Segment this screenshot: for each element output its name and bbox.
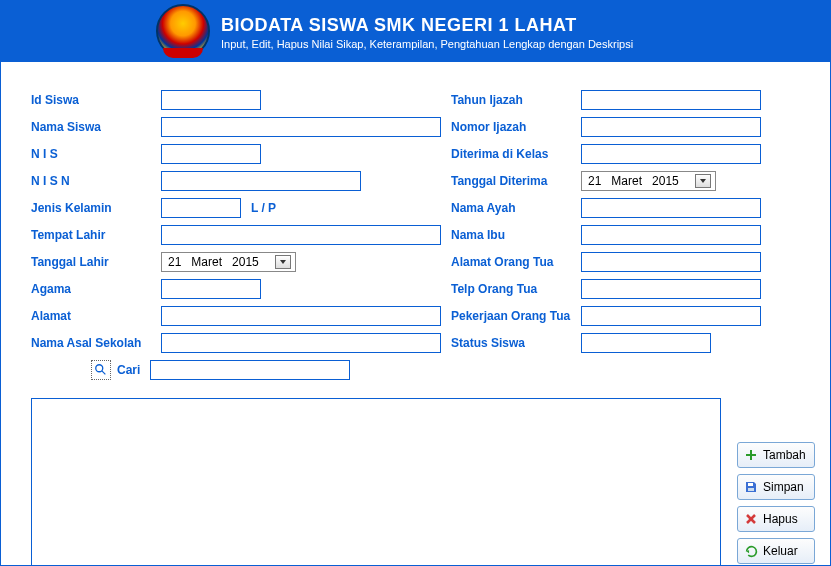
- simpan-label: Simpan: [763, 480, 804, 494]
- label-pekerjaan-ortu: Pekerjaan Orang Tua: [451, 309, 581, 323]
- tambah-button[interactable]: Tambah: [737, 442, 815, 468]
- label-cari: Cari: [117, 363, 140, 377]
- label-tempat-lahir: Tempat Lahir: [31, 228, 161, 242]
- diterima-kelas-input[interactable]: [581, 144, 761, 164]
- search-icon[interactable]: [91, 360, 111, 380]
- school-logo: [156, 4, 210, 58]
- label-status-siswa: Status Siswa: [451, 336, 581, 350]
- keluar-label: Keluar: [763, 544, 798, 558]
- pekerjaan-ortu-input[interactable]: [581, 306, 761, 326]
- label-nomor-ijazah: Nomor Ijazah: [451, 120, 581, 134]
- tempat-lahir-input[interactable]: [161, 225, 441, 245]
- page-subtitle: Input, Edit, Hapus Nilai Sikap, Keteramp…: [221, 38, 633, 50]
- label-diterima-kelas: Diterima di Kelas: [451, 147, 581, 161]
- label-id-siswa: Id Siswa: [31, 93, 161, 107]
- label-nisn: N I S N: [31, 174, 161, 188]
- tanggal-lahir-picker[interactable]: 21 Maret 2015: [161, 252, 296, 272]
- header: BIODATA SISWA SMK NEGERI 1 LAHAT Input, …: [1, 2, 830, 62]
- label-alamat-ortu: Alamat Orang Tua: [451, 255, 581, 269]
- date-year: 2015: [652, 174, 679, 188]
- data-grid[interactable]: [31, 398, 721, 566]
- label-telp-ortu: Telp Orang Tua: [451, 282, 581, 296]
- label-tanggal-lahir: Tanggal Lahir: [31, 255, 161, 269]
- alamat-input[interactable]: [161, 306, 441, 326]
- tahun-ijazah-input[interactable]: [581, 90, 761, 110]
- label-nama-ibu: Nama Ibu: [451, 228, 581, 242]
- telp-ortu-input[interactable]: [581, 279, 761, 299]
- nama-ibu-input[interactable]: [581, 225, 761, 245]
- date-month: Maret: [611, 174, 642, 188]
- page-title: BIODATA SISWA SMK NEGERI 1 LAHAT: [221, 15, 633, 36]
- date-day: 21: [588, 174, 601, 188]
- svg-rect-3: [746, 454, 756, 456]
- nama-siswa-input[interactable]: [161, 117, 441, 137]
- tanggal-diterima-picker[interactable]: 21 Maret 2015: [581, 171, 716, 191]
- alamat-ortu-input[interactable]: [581, 252, 761, 272]
- nisn-input[interactable]: [161, 171, 361, 191]
- chevron-down-icon[interactable]: [695, 174, 711, 188]
- id-siswa-input[interactable]: [161, 90, 261, 110]
- delete-icon: [744, 512, 758, 526]
- tambah-label: Tambah: [763, 448, 806, 462]
- hapus-button[interactable]: Hapus: [737, 506, 815, 532]
- keluar-button[interactable]: Keluar: [737, 538, 815, 564]
- chevron-down-icon[interactable]: [275, 255, 291, 269]
- label-tahun-ijazah: Tahun Ijazah: [451, 93, 581, 107]
- label-tanggal-diterima: Tanggal Diterima: [451, 174, 581, 188]
- nama-ayah-input[interactable]: [581, 198, 761, 218]
- plus-icon: [744, 448, 758, 462]
- date-month: Maret: [191, 255, 222, 269]
- search-input[interactable]: [150, 360, 350, 380]
- label-alamat: Alamat: [31, 309, 161, 323]
- status-siswa-input[interactable]: [581, 333, 711, 353]
- jk-hint: L / P: [251, 201, 276, 215]
- svg-rect-5: [748, 488, 754, 491]
- asal-sekolah-input[interactable]: [161, 333, 441, 353]
- exit-icon: [744, 544, 758, 558]
- label-asal-sekolah: Nama Asal Sekolah: [31, 336, 161, 350]
- nis-input[interactable]: [161, 144, 261, 164]
- label-agama: Agama: [31, 282, 161, 296]
- svg-line-1: [102, 371, 106, 375]
- hapus-label: Hapus: [763, 512, 798, 526]
- nomor-ijazah-input[interactable]: [581, 117, 761, 137]
- label-nis: N I S: [31, 147, 161, 161]
- label-nama-siswa: Nama Siswa: [31, 120, 161, 134]
- label-nama-ayah: Nama Ayah: [451, 201, 581, 215]
- date-year: 2015: [232, 255, 259, 269]
- label-jenis-kelamin: Jenis Kelamin: [31, 201, 161, 215]
- date-day: 21: [168, 255, 181, 269]
- svg-rect-4: [748, 483, 753, 486]
- agama-input[interactable]: [161, 279, 261, 299]
- form-area: Id Siswa Nama Siswa N I S N I S N Jenis …: [1, 62, 830, 390]
- save-icon: [744, 480, 758, 494]
- jenis-kelamin-input[interactable]: [161, 198, 241, 218]
- svg-point-0: [96, 365, 103, 372]
- simpan-button[interactable]: Simpan: [737, 474, 815, 500]
- action-buttons: Tambah Simpan Hapus Keluar: [737, 442, 815, 564]
